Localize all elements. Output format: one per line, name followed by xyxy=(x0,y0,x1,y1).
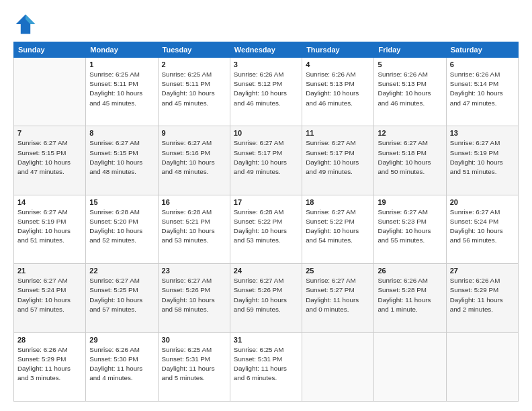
day-number: 27 xyxy=(450,267,515,275)
day-info: Sunrise: 6:27 AMSunset: 5:17 PMDaylight:… xyxy=(234,138,298,177)
calendar-cell: 5Sunrise: 6:26 AMSunset: 5:13 PMDaylight… xyxy=(374,58,446,126)
day-number: 28 xyxy=(17,336,82,344)
header xyxy=(13,12,519,36)
day-info: Sunrise: 6:27 AMSunset: 5:18 PMDaylight:… xyxy=(378,138,442,177)
week-row-1: 1Sunrise: 6:25 AMSunset: 5:11 PMDaylight… xyxy=(14,58,519,126)
calendar-table: SundayMondayTuesdayWednesdayThursdayFrid… xyxy=(13,42,519,402)
day-info: Sunrise: 6:27 AMSunset: 5:27 PMDaylight:… xyxy=(306,276,370,314)
day-number: 16 xyxy=(162,198,226,206)
week-row-3: 14Sunrise: 6:27 AMSunset: 5:19 PMDayligh… xyxy=(14,195,519,263)
calendar-cell xyxy=(14,58,86,126)
calendar-cell: 3Sunrise: 6:26 AMSunset: 5:12 PMDaylight… xyxy=(230,58,302,126)
day-number: 25 xyxy=(306,267,370,275)
calendar-cell: 12Sunrise: 6:27 AMSunset: 5:18 PMDayligh… xyxy=(374,126,446,195)
calendar-cell: 2Sunrise: 6:25 AMSunset: 5:11 PMDaylight… xyxy=(158,58,230,126)
day-info: Sunrise: 6:27 AMSunset: 5:16 PMDaylight:… xyxy=(162,138,226,177)
day-info: Sunrise: 6:27 AMSunset: 5:17 PMDaylight:… xyxy=(306,138,370,177)
day-number: 10 xyxy=(234,129,298,137)
calendar-cell: 20Sunrise: 6:27 AMSunset: 5:24 PMDayligh… xyxy=(446,195,518,263)
weekday-header-saturday: Saturday xyxy=(446,42,518,58)
calendar-cell: 10Sunrise: 6:27 AMSunset: 5:17 PMDayligh… xyxy=(230,126,302,195)
calendar-cell: 23Sunrise: 6:27 AMSunset: 5:26 PMDayligh… xyxy=(158,264,230,332)
day-number: 20 xyxy=(450,198,515,206)
calendar-cell: 13Sunrise: 6:27 AMSunset: 5:19 PMDayligh… xyxy=(446,126,518,195)
calendar-cell: 18Sunrise: 6:27 AMSunset: 5:22 PMDayligh… xyxy=(302,195,374,263)
day-info: Sunrise: 6:25 AMSunset: 5:31 PMDaylight:… xyxy=(162,345,226,383)
calendar-cell: 15Sunrise: 6:28 AMSunset: 5:20 PMDayligh… xyxy=(86,195,158,263)
day-info: Sunrise: 6:27 AMSunset: 5:23 PMDaylight:… xyxy=(378,208,442,246)
day-number: 23 xyxy=(162,267,226,275)
day-number: 26 xyxy=(378,267,442,275)
calendar-cell: 11Sunrise: 6:27 AMSunset: 5:17 PMDayligh… xyxy=(302,126,374,195)
day-info: Sunrise: 6:25 AMSunset: 5:31 PMDaylight:… xyxy=(234,345,298,383)
calendar-cell: 28Sunrise: 6:26 AMSunset: 5:29 PMDayligh… xyxy=(14,332,86,401)
calendar-cell: 25Sunrise: 6:27 AMSunset: 5:27 PMDayligh… xyxy=(302,264,374,332)
weekday-header-thursday: Thursday xyxy=(302,42,374,58)
day-number: 9 xyxy=(162,129,226,137)
calendar-cell: 6Sunrise: 6:26 AMSunset: 5:14 PMDaylight… xyxy=(446,58,518,126)
calendar-cell: 30Sunrise: 6:25 AMSunset: 5:31 PMDayligh… xyxy=(158,332,230,401)
day-info: Sunrise: 6:27 AMSunset: 5:19 PMDaylight:… xyxy=(17,208,82,246)
day-number: 5 xyxy=(378,60,442,68)
day-number: 6 xyxy=(450,60,515,68)
calendar-cell: 31Sunrise: 6:25 AMSunset: 5:31 PMDayligh… xyxy=(230,332,302,401)
day-info: Sunrise: 6:26 AMSunset: 5:29 PMDaylight:… xyxy=(17,345,82,383)
logo xyxy=(13,12,40,36)
calendar-cell: 22Sunrise: 6:27 AMSunset: 5:25 PMDayligh… xyxy=(86,264,158,332)
calendar-cell: 16Sunrise: 6:28 AMSunset: 5:21 PMDayligh… xyxy=(158,195,230,263)
calendar-cell xyxy=(302,332,374,401)
day-number: 1 xyxy=(89,60,154,68)
day-number: 13 xyxy=(450,129,515,137)
day-info: Sunrise: 6:26 AMSunset: 5:13 PMDaylight:… xyxy=(306,70,370,108)
calendar-cell: 4Sunrise: 6:26 AMSunset: 5:13 PMDaylight… xyxy=(302,58,374,126)
day-info: Sunrise: 6:25 AMSunset: 5:11 PMDaylight:… xyxy=(89,70,154,108)
calendar-cell: 24Sunrise: 6:27 AMSunset: 5:26 PMDayligh… xyxy=(230,264,302,332)
calendar-cell: 21Sunrise: 6:27 AMSunset: 5:24 PMDayligh… xyxy=(14,264,86,332)
calendar-cell: 8Sunrise: 6:27 AMSunset: 5:15 PMDaylight… xyxy=(86,126,158,195)
day-number: 14 xyxy=(17,198,82,206)
page: SundayMondayTuesdayWednesdayThursdayFrid… xyxy=(0,0,532,411)
day-number: 22 xyxy=(89,267,154,275)
day-info: Sunrise: 6:27 AMSunset: 5:25 PMDaylight:… xyxy=(89,276,154,314)
calendar-cell: 9Sunrise: 6:27 AMSunset: 5:16 PMDaylight… xyxy=(158,126,230,195)
calendar-cell xyxy=(374,332,446,401)
day-info: Sunrise: 6:27 AMSunset: 5:26 PMDaylight:… xyxy=(234,276,298,314)
calendar-cell: 26Sunrise: 6:26 AMSunset: 5:28 PMDayligh… xyxy=(374,264,446,332)
day-info: Sunrise: 6:26 AMSunset: 5:29 PMDaylight:… xyxy=(450,276,515,314)
weekday-header-row: SundayMondayTuesdayWednesdayThursdayFrid… xyxy=(14,42,519,58)
day-number: 29 xyxy=(89,336,154,344)
calendar-cell: 19Sunrise: 6:27 AMSunset: 5:23 PMDayligh… xyxy=(374,195,446,263)
day-number: 4 xyxy=(306,60,370,68)
day-info: Sunrise: 6:27 AMSunset: 5:19 PMDaylight:… xyxy=(450,138,515,177)
day-number: 7 xyxy=(17,129,82,137)
calendar-cell: 29Sunrise: 6:26 AMSunset: 5:30 PMDayligh… xyxy=(86,332,158,401)
day-number: 31 xyxy=(234,336,298,344)
day-number: 24 xyxy=(234,267,298,275)
day-number: 15 xyxy=(89,198,154,206)
day-info: Sunrise: 6:28 AMSunset: 5:22 PMDaylight:… xyxy=(234,208,298,246)
day-info: Sunrise: 6:28 AMSunset: 5:21 PMDaylight:… xyxy=(162,208,226,246)
calendar-cell: 14Sunrise: 6:27 AMSunset: 5:19 PMDayligh… xyxy=(14,195,86,263)
calendar-cell: 17Sunrise: 6:28 AMSunset: 5:22 PMDayligh… xyxy=(230,195,302,263)
day-info: Sunrise: 6:27 AMSunset: 5:22 PMDaylight:… xyxy=(306,208,370,246)
week-row-5: 28Sunrise: 6:26 AMSunset: 5:29 PMDayligh… xyxy=(14,332,519,401)
day-info: Sunrise: 6:26 AMSunset: 5:28 PMDaylight:… xyxy=(378,276,442,314)
weekday-header-sunday: Sunday xyxy=(14,42,86,58)
week-row-2: 7Sunrise: 6:27 AMSunset: 5:15 PMDaylight… xyxy=(14,126,519,195)
calendar-cell: 1Sunrise: 6:25 AMSunset: 5:11 PMDaylight… xyxy=(86,58,158,126)
day-info: Sunrise: 6:28 AMSunset: 5:20 PMDaylight:… xyxy=(89,208,154,246)
weekday-header-tuesday: Tuesday xyxy=(158,42,230,58)
day-number: 8 xyxy=(89,129,154,137)
day-number: 19 xyxy=(378,198,442,206)
day-info: Sunrise: 6:25 AMSunset: 5:11 PMDaylight:… xyxy=(162,70,226,108)
day-number: 3 xyxy=(234,60,298,68)
day-info: Sunrise: 6:26 AMSunset: 5:13 PMDaylight:… xyxy=(378,70,442,108)
day-info: Sunrise: 6:26 AMSunset: 5:12 PMDaylight:… xyxy=(234,70,298,108)
weekday-header-monday: Monday xyxy=(86,42,158,58)
day-info: Sunrise: 6:27 AMSunset: 5:24 PMDaylight:… xyxy=(450,208,515,246)
week-row-4: 21Sunrise: 6:27 AMSunset: 5:24 PMDayligh… xyxy=(14,264,519,332)
logo-icon xyxy=(13,12,38,36)
day-info: Sunrise: 6:27 AMSunset: 5:24 PMDaylight:… xyxy=(17,276,82,314)
day-info: Sunrise: 6:27 AMSunset: 5:15 PMDaylight:… xyxy=(89,138,154,177)
day-number: 21 xyxy=(17,267,82,275)
